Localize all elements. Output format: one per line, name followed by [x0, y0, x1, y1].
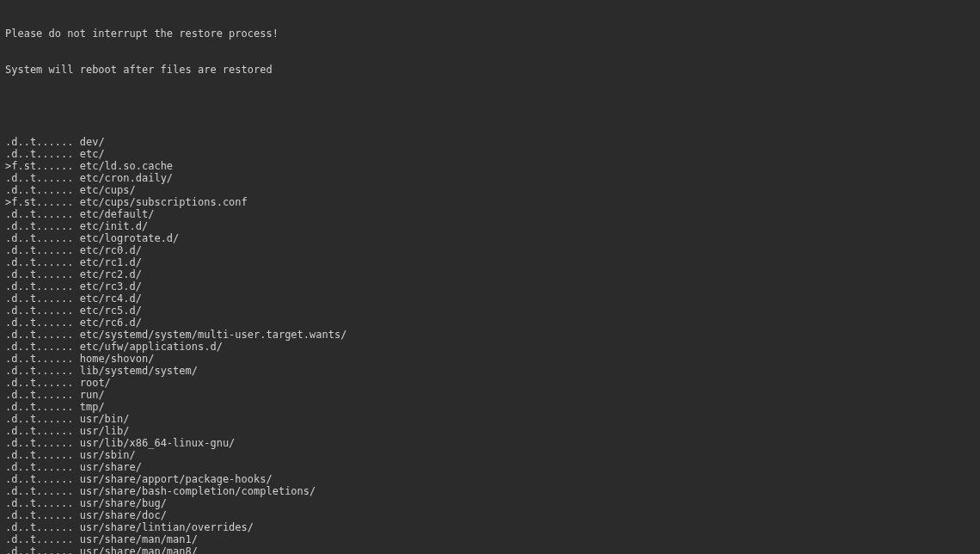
entry-path: usr/bin/	[80, 413, 130, 425]
entry-flags: .d..t......	[5, 172, 73, 184]
entry-flags: .d..t......	[5, 425, 73, 437]
entry-path: etc/cups/	[80, 184, 136, 196]
blank-line	[5, 100, 975, 112]
entry-path: etc/rc3.d/	[80, 280, 142, 292]
entry-flags: .d..t......	[5, 220, 73, 232]
entry-flags: .d..t......	[5, 401, 73, 413]
entry-flags: .d..t......	[5, 461, 73, 473]
restore-entry: .d..t...... usr/lib/	[5, 425, 975, 437]
restore-entry: .d..t...... run/	[5, 389, 975, 401]
restore-entry: .d..t...... root/	[5, 377, 975, 389]
entry-path: usr/share/man/man8/	[80, 545, 198, 554]
restore-entry: .d..t...... usr/bin/	[5, 413, 975, 425]
entry-path: etc/init.d/	[80, 220, 148, 232]
entry-flags: .d..t......	[5, 353, 73, 365]
entry-path: usr/share/doc/	[80, 509, 167, 521]
entry-flags: .d..t......	[5, 280, 73, 292]
entry-path: usr/share/apport/package-hooks/	[80, 473, 273, 485]
restore-entry: >f.st...... etc/ld.so.cache	[5, 160, 975, 172]
entry-path: etc/default/	[80, 208, 155, 220]
entry-path: usr/lib/x86_64-linux-gnu/	[80, 437, 236, 449]
entry-flags: .d..t......	[5, 377, 73, 389]
restore-entry: .d..t...... usr/share/doc/	[5, 509, 975, 521]
restore-entry: .d..t...... home/shovon/	[5, 353, 975, 365]
entry-flags: .d..t......	[5, 533, 73, 545]
restore-entry: .d..t...... etc/rc5.d/	[5, 305, 975, 317]
restore-entry: .d..t...... etc/ufw/applications.d/	[5, 341, 975, 353]
restore-entry: .d..t...... dev/	[5, 136, 975, 148]
entry-flags: .d..t......	[5, 148, 73, 160]
restore-entry: .d..t...... usr/share/bug/	[5, 497, 975, 509]
entry-flags: >f.st......	[5, 160, 73, 172]
entry-path: usr/share/bash-completion/completions/	[80, 485, 316, 497]
entry-flags: .d..t......	[5, 268, 73, 280]
restore-entry: .d..t...... usr/lib/x86_64-linux-gnu/	[5, 437, 975, 449]
restore-entries: .d..t...... dev/.d..t...... etc/>f.st...…	[5, 136, 975, 554]
restore-entry: .d..t...... etc/rc2.d/	[5, 268, 975, 280]
restore-entry: .d..t...... etc/systemd/system/multi-use…	[5, 329, 975, 341]
entry-flags: .d..t......	[5, 497, 73, 509]
restore-entry: .d..t...... usr/share/apport/package-hoo…	[5, 473, 975, 485]
entry-path: etc/rc0.d/	[80, 244, 142, 256]
entry-path: usr/share/man/man1/	[80, 533, 198, 545]
entry-flags: .d..t......	[5, 437, 73, 449]
entry-path: run/	[80, 389, 105, 401]
entry-path: usr/share/bug/	[80, 497, 167, 509]
restore-entry: .d..t...... usr/share/man/man8/	[5, 545, 975, 554]
restore-entry: .d..t...... etc/rc6.d/	[5, 317, 975, 329]
terminal-output: Please do not interrupt the restore proc…	[0, 0, 980, 554]
entry-flags: .d..t......	[5, 232, 73, 244]
restore-entry: .d..t...... etc/cups/	[5, 184, 975, 196]
entry-flags: .d..t......	[5, 413, 73, 425]
entry-path: etc/rc5.d/	[80, 305, 142, 317]
restore-entry: .d..t...... etc/rc3.d/	[5, 280, 975, 292]
entry-flags: .d..t......	[5, 244, 73, 256]
entry-flags: .d..t......	[5, 521, 73, 533]
entry-path: dev/	[80, 136, 105, 148]
entry-path: tmp/	[80, 401, 105, 413]
entry-flags: .d..t......	[5, 509, 73, 521]
entry-path: usr/share/	[80, 461, 142, 473]
entry-path: etc/logrotate.d/	[80, 232, 180, 244]
entry-flags: .d..t......	[5, 365, 73, 377]
entry-path: etc/ufw/applications.d/	[80, 341, 223, 353]
entry-flags: .d..t......	[5, 305, 73, 317]
entry-flags: .d..t......	[5, 485, 73, 497]
entry-path: etc/rc1.d/	[80, 256, 142, 268]
restore-entry: .d..t...... etc/init.d/	[5, 220, 975, 232]
entry-flags: .d..t......	[5, 449, 73, 461]
entry-path: lib/systemd/system/	[80, 365, 198, 377]
entry-flags: .d..t......	[5, 341, 73, 353]
restore-entry: .d..t...... tmp/	[5, 401, 975, 413]
header-line-2: System will reboot after files are resto…	[5, 64, 975, 76]
restore-entry: .d..t...... etc/default/	[5, 208, 975, 220]
restore-entry: .d..t...... usr/share/lintian/overrides/	[5, 521, 975, 533]
entry-flags: .d..t......	[5, 256, 73, 268]
entry-flags: .d..t......	[5, 184, 73, 196]
entry-flags: .d..t......	[5, 136, 73, 148]
entry-path: etc/cups/subscriptions.conf	[80, 196, 248, 208]
restore-entry: .d..t...... etc/rc1.d/	[5, 256, 975, 268]
restore-entry: .d..t...... usr/share/bash-completion/co…	[5, 485, 975, 497]
entry-path: etc/rc6.d/	[80, 317, 142, 329]
restore-entry: .d..t...... lib/systemd/system/	[5, 365, 975, 377]
entry-flags: .d..t......	[5, 389, 73, 401]
entry-path: root/	[80, 377, 111, 389]
restore-entry: .d..t...... etc/rc0.d/	[5, 244, 975, 256]
entry-path: etc/rc2.d/	[80, 268, 142, 280]
restore-entry: .d..t...... etc/cron.daily/	[5, 172, 975, 184]
restore-entry: .d..t...... usr/share/man/man1/	[5, 533, 975, 545]
restore-entry: .d..t...... etc/	[5, 148, 975, 160]
entry-path: usr/sbin/	[80, 449, 136, 461]
entry-path: etc/cron.daily/	[80, 172, 173, 184]
restore-entry: .d..t...... usr/sbin/	[5, 449, 975, 461]
entry-flags: .d..t......	[5, 473, 73, 485]
entry-flags: .d..t......	[5, 329, 73, 341]
restore-entry: .d..t...... usr/share/	[5, 461, 975, 473]
entry-flags: .d..t......	[5, 292, 73, 305]
header-line-1: Please do not interrupt the restore proc…	[5, 28, 975, 40]
entry-flags: .d..t......	[5, 208, 73, 220]
entry-path: home/shovon/	[80, 353, 155, 365]
restore-entry: >f.st...... etc/cups/subscriptions.conf	[5, 196, 975, 208]
entry-path: usr/share/lintian/overrides/	[80, 521, 254, 533]
